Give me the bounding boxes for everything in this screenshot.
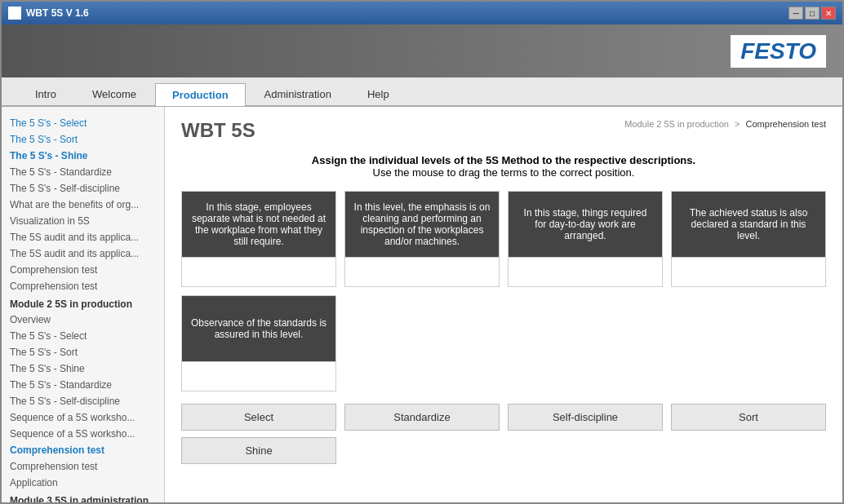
minimize-button[interactable]: ─	[788, 7, 803, 20]
term-standardize[interactable]: Standardize	[344, 404, 500, 431]
card-2-drop[interactable]	[345, 257, 499, 286]
sidebar-item-5s-self-2[interactable]: The 5 S's - Self-discipline	[2, 393, 164, 409]
sidebar-item-visualization[interactable]: Visualization in 5S	[2, 213, 164, 229]
sidebar-item-comp2[interactable]: Comprehension test	[2, 278, 164, 294]
breadcrumb-separator: >	[735, 119, 740, 129]
titlebar-left: WBT 5S V 1.6	[8, 7, 89, 20]
terms-row-1: Select Standardize Self-discipline Sort	[181, 404, 826, 431]
main-panel: WBT 5S Module 2 5S in production > Compr…	[165, 107, 842, 502]
sidebar-item-5s-select-1[interactable]: The 5 S's - Select	[2, 115, 164, 131]
title-breadcrumb-row: WBT 5S Module 2 5S in production > Compr…	[181, 119, 826, 146]
close-button[interactable]: ✕	[821, 7, 836, 20]
card-3-drop[interactable]	[509, 257, 662, 286]
sidebar-item-comp1[interactable]: Comprehension test	[2, 262, 164, 278]
card-5: Observance of the standards is assured i…	[181, 295, 336, 391]
sidebar-item-benefits[interactable]: What are the benefits of org...	[2, 197, 164, 213]
sidebar-item-overview[interactable]: Overview	[2, 312, 164, 328]
sidebar-item-sequence2[interactable]: Sequence of a 5S worksho...	[2, 426, 164, 442]
card-3-text: In this stage, things required for day-t…	[509, 192, 662, 257]
instruction-line1: Assign the individual levels of the 5S M…	[312, 154, 695, 166]
card-2: In this level, the emphasis is on cleani…	[344, 191, 500, 287]
maximize-button[interactable]: □	[805, 7, 820, 20]
app-icon	[8, 7, 21, 20]
cards-grid-bottom: Observance of the standards is assured i…	[181, 295, 826, 391]
terms-row-2: Shine	[181, 437, 826, 464]
term-shine[interactable]: Shine	[181, 437, 336, 464]
sidebar-item-5s-standardize-2[interactable]: The 5 S's - Standardize	[2, 377, 164, 393]
sidebar-item-5s-standardize-1[interactable]: The 5 S's - Standardize	[2, 164, 164, 180]
card-4: The achieved status is also declared a s…	[671, 191, 826, 287]
app-window: WBT 5S V 1.6 ─ □ ✕ FESTO Intro Welcome P…	[0, 0, 844, 504]
nav-tabs: Intro Welcome Production Administration …	[2, 77, 842, 107]
term-sort[interactable]: Sort	[671, 404, 826, 431]
sidebar-item-5s-sort-2[interactable]: The 5 S's - Sort	[2, 344, 164, 360]
sidebar-item-sequence1[interactable]: Sequence of a 5S worksho...	[2, 409, 164, 426]
term-select[interactable]: Select	[181, 404, 336, 431]
tab-intro[interactable]: Intro	[18, 82, 73, 105]
content-area: The 5 S's - Select The 5 S's - Sort The …	[2, 107, 842, 502]
tab-administration[interactable]: Administration	[247, 82, 349, 105]
card-2-text: In this level, the emphasis is on cleani…	[345, 192, 499, 257]
term-self-discipline[interactable]: Self-discipline	[508, 404, 663, 431]
breadcrumb: Module 2 5S in production > Comprehensio…	[624, 119, 826, 129]
window-title: WBT 5S V 1.6	[26, 7, 89, 19]
page-title: WBT 5S	[181, 119, 255, 142]
sidebar-item-audit1[interactable]: The 5S audit and its applica...	[2, 229, 164, 245]
breadcrumb-current: Comprehension test	[746, 119, 826, 129]
card-5-text: Observance of the standards is assured i…	[182, 296, 335, 361]
sidebar-item-5s-sort-1[interactable]: The 5 S's - Sort	[2, 131, 164, 148]
window-controls: ─ □ ✕	[788, 7, 836, 20]
card-5-drop[interactable]	[182, 361, 335, 391]
card-1-drop[interactable]	[182, 257, 335, 286]
card-1-text: In this stage, employees separate what i…	[182, 192, 335, 257]
sidebar-item-5s-select-2[interactable]: The 5 S's - Select	[2, 328, 164, 344]
sidebar-item-5s-shine-1[interactable]: The 5 S's - Shine	[2, 148, 164, 164]
sidebar: The 5 S's - Select The 5 S's - Sort The …	[2, 107, 165, 502]
header-banner: FESTO	[2, 24, 842, 77]
breadcrumb-module: Module 2 5S in production	[624, 119, 729, 129]
sidebar-item-application[interactable]: Application	[2, 475, 164, 491]
card-1: In this stage, employees separate what i…	[181, 191, 336, 287]
sidebar-item-5s-shine-2[interactable]: The 5 S's - Shine	[2, 360, 164, 377]
cards-grid-top: In this stage, employees separate what i…	[181, 191, 826, 287]
sidebar-item-5s-self-1[interactable]: The 5 S's - Self-discipline	[2, 180, 164, 197]
card-4-text: The achieved status is also declared a s…	[672, 192, 825, 257]
sidebar-item-comp-test-active[interactable]: Comprehension test	[2, 442, 164, 458]
sidebar-item-comp-test-2[interactable]: Comprehension test	[2, 458, 164, 475]
instruction-line2: Use the mouse to drag the terms to the c…	[181, 166, 826, 179]
sidebar-module2-header: Module 2 5S in production	[2, 294, 164, 312]
tab-help[interactable]: Help	[350, 82, 406, 105]
card-4-drop[interactable]	[672, 257, 825, 286]
instructions: Assign the individual levels of the 5S M…	[181, 154, 826, 179]
festo-logo: FESTO	[731, 35, 826, 68]
card-3: In this stage, things required for day-t…	[508, 191, 663, 287]
sidebar-module3-header: Module 3 5S in administration	[2, 491, 164, 502]
sidebar-item-audit2[interactable]: The 5S audit and its applica...	[2, 245, 164, 262]
tab-welcome[interactable]: Welcome	[75, 82, 153, 105]
tab-production[interactable]: Production	[155, 83, 246, 106]
titlebar: WBT 5S V 1.6 ─ □ ✕	[2, 2, 842, 24]
